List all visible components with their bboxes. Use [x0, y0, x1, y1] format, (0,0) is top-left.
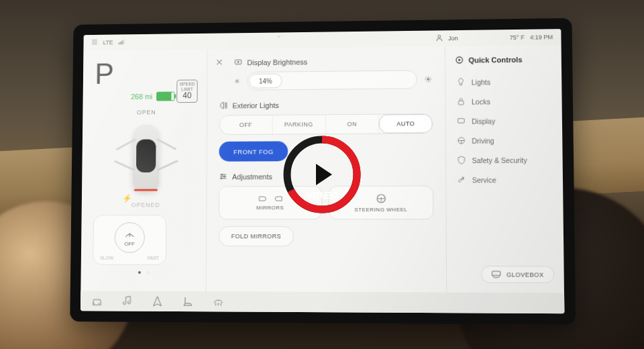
svg-rect-3: [123, 40, 125, 44]
clock: 4:19 PM: [530, 34, 553, 40]
brightness-section: Display Brightness ☀ 14% ☀: [234, 56, 433, 90]
quick-controls-title: Quick Controls: [468, 55, 522, 64]
car-roof: [136, 140, 156, 172]
exterior-lights-title: Exterior Lights: [232, 101, 278, 109]
steering-card[interactable]: STEERING WHEEL: [329, 186, 433, 220]
page-dots[interactable]: ● ○: [93, 269, 198, 276]
qc-service-label: Service: [472, 176, 496, 184]
sun-dim-icon: ☀: [234, 77, 241, 86]
door-front-right[interactable]: [156, 138, 177, 150]
glovebox-button: GLOVEBOX: [481, 266, 554, 283]
adjustments-title: Adjustments: [232, 172, 272, 181]
open-label: OPEN: [95, 109, 199, 116]
mirror-left-icon: [258, 195, 267, 202]
bottom-dock: [80, 291, 564, 313]
speed-limit-value: 40: [177, 92, 197, 101]
lightbulb-icon: [456, 78, 465, 87]
wiper-fast-label: FAST: [148, 256, 159, 260]
adjustments-header: Adjustments: [219, 171, 433, 181]
dock-nav-icon[interactable]: [152, 295, 164, 307]
qc-display-label: Display: [472, 117, 495, 125]
brightness-slider-row: ☀ 14% ☀: [234, 70, 433, 91]
fold-mirrors-button[interactable]: FOLD MIRRORS: [219, 226, 294, 246]
wiper-off-label: OFF: [124, 240, 135, 246]
svg-rect-17: [492, 271, 500, 275]
svg-point-13: [458, 59, 460, 61]
brightness-value: 14%: [249, 73, 282, 88]
sliders-icon: [219, 172, 227, 181]
qc-locks[interactable]: Locks: [455, 91, 553, 111]
mirrors-label: MIRRORS: [256, 205, 284, 211]
qc-safety[interactable]: Safety & Security: [455, 150, 553, 170]
opened-label: OPENED: [93, 201, 198, 208]
dock-defrost-icon[interactable]: [212, 295, 224, 307]
glovebox-label: GLOVEBOX: [506, 271, 544, 278]
shield-icon: [457, 156, 466, 164]
svg-point-11: [380, 197, 382, 199]
lte-indicator: LTE: [103, 39, 113, 46]
brightness-slider[interactable]: 14%: [247, 70, 417, 90]
front-fog-button[interactable]: FRONT FOG: [219, 141, 288, 161]
menu-icon[interactable]: [91, 39, 98, 47]
adjustments-section: Adjustments MIRRORS STEERING WHE: [219, 171, 434, 246]
ext-on[interactable]: ON: [325, 115, 379, 134]
exterior-lights-section: Exterior Lights OFF PARKING ON AUTO FRON…: [219, 99, 433, 162]
svg-rect-14: [458, 101, 464, 105]
svg-point-6: [237, 61, 239, 63]
dock-seat-icon[interactable]: [182, 295, 194, 307]
qc-display[interactable]: Display: [455, 111, 553, 131]
exterior-lights-header: Exterior Lights: [219, 99, 433, 109]
wiper-scale: SLOW FAST: [99, 256, 160, 260]
ext-parking[interactable]: PARKING: [272, 115, 325, 134]
sun-bright-icon: ☀: [424, 74, 433, 85]
steering-wheel-icon: [376, 193, 386, 203]
tesla-logo-icon: [276, 36, 282, 45]
brightness-title: Display Brightness: [247, 58, 307, 66]
driving-icon: [457, 136, 466, 145]
quick-controls-icon: [455, 56, 464, 64]
headlight-icon: [219, 101, 228, 110]
qc-locks-label: Locks: [472, 97, 490, 105]
ext-auto[interactable]: AUTO: [379, 114, 432, 134]
signal-icon: [118, 38, 125, 46]
main-area: P 268 mi SPEED LIMIT 40 OPEN: [80, 45, 564, 293]
door-rear-left[interactable]: [114, 160, 135, 171]
ext-off[interactable]: OFF: [220, 115, 273, 134]
exterior-lights-segment[interactable]: OFF PARKING ON AUTO: [219, 113, 433, 135]
speed-limit-sign: SPEED LIMIT 40: [176, 80, 197, 103]
svg-point-8: [223, 176, 225, 177]
car-diagram[interactable]: ⚡: [113, 119, 178, 199]
svg-point-9: [221, 178, 222, 179]
touchscreen: LTE Jon 75° F 4:19 PM P 268 mi SPEED LIM…: [80, 29, 564, 313]
qc-service[interactable]: Service: [455, 170, 553, 190]
quick-controls-panel: Quick Controls Lights Locks Display Driv…: [445, 45, 564, 293]
battery-icon: [156, 92, 174, 101]
svg-rect-15: [458, 119, 464, 123]
lock-icon: [457, 97, 466, 106]
qc-safety-label: Safety & Security: [472, 156, 527, 164]
user-icon[interactable]: [436, 34, 443, 42]
brightness-icon: [234, 58, 243, 66]
mirrors-card[interactable]: MIRRORS: [219, 186, 322, 219]
dock-music-icon[interactable]: [121, 295, 133, 307]
wiper-button[interactable]: OFF: [115, 222, 145, 253]
glovebox-icon: [491, 270, 500, 278]
brightness-header: Display Brightness: [234, 56, 433, 66]
wrench-icon: [457, 175, 466, 184]
display-icon: [457, 117, 466, 126]
qc-lights[interactable]: Lights: [455, 71, 552, 91]
user-name[interactable]: Jon: [448, 35, 458, 42]
temperature: 75° F: [510, 34, 525, 41]
charge-bolt-icon: ⚡: [122, 194, 132, 203]
svg-point-4: [438, 35, 441, 38]
qc-lights-label: Lights: [472, 78, 491, 86]
dock-car-icon[interactable]: [91, 295, 103, 307]
close-button[interactable]: ✕: [215, 57, 223, 68]
range-value: 268 mi: [131, 93, 152, 101]
door-rear-right[interactable]: [157, 160, 178, 170]
qc-driving-label: Driving: [472, 136, 494, 144]
svg-rect-1: [120, 42, 121, 44]
tablet-bezel: LTE Jon 75° F 4:19 PM P 268 mi SPEED LIM…: [70, 18, 576, 325]
svg-point-7: [221, 174, 223, 175]
qc-driving[interactable]: Driving: [455, 130, 553, 150]
